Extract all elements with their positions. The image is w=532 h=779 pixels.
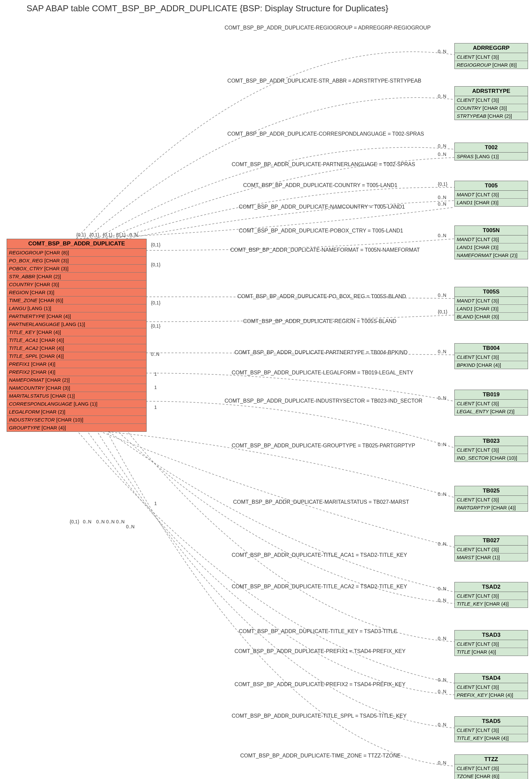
edge-label: COMT_BSP_BP_ADDR_DUPLICATE-NAMCOUNTRY = … (239, 204, 405, 210)
target-table-T002: T002SPRAS [LANG (1)] (454, 142, 528, 161)
cardinality-right: 0..N (438, 491, 447, 497)
table-row: NAMEFORMAT [CHAR (2)] (7, 376, 146, 384)
table-row: POBOX_CTRY [CHAR (3)] (7, 265, 146, 273)
edge-label: COMT_BSP_BP_ADDR_DUPLICATE-CORRESPONDLAN… (228, 131, 424, 137)
table-row: MARITALSTATUS [CHAR (1)] (7, 392, 146, 400)
cardinality-right: 0..N (438, 689, 447, 694)
table-header: TTZZ (455, 755, 528, 764)
edge-label: COMT_BSP_BP_ADDR_DUPLICATE-TITLE_KEY = T… (239, 628, 397, 635)
edge-label: COMT_BSP_BP_ADDR_DUPLICATE-MARITALSTATUS… (233, 499, 409, 505)
target-table-T005N: T005NMANDT [CLNT (3)]LAND1 [CHAR (3)]NAM… (454, 226, 528, 259)
target-table-T005: T005MANDT [CLNT (3)]LAND1 [CHAR (3)] (454, 181, 528, 206)
table-row: CLIENT [CLNT (3)] (455, 640, 528, 648)
cardinality-left: 0..N (106, 519, 115, 524)
table-header: TSAD2 (455, 582, 528, 592)
target-table-TSAD4: TSAD4CLIENT [CLNT (3)]PREFIX_KEY [CHAR (… (454, 673, 528, 699)
table-row: TITLE_ACA1 [CHAR (4)] (7, 336, 146, 344)
cardinality-right: 0..N (438, 636, 447, 641)
table-header: TB027 (455, 536, 528, 545)
cardinality-right: 0..N (438, 349, 447, 354)
table-row: TZONE [CHAR (6)] (455, 772, 528, 779)
table-row: TITLE_KEY [CHAR (4)] (455, 600, 528, 608)
main-table: COMT_BSP_BP_ADDR_DUPLICATE REGIOGROUP [C… (7, 239, 146, 432)
edge-label: COMT_BSP_BP_ADDR_DUPLICATE-PREFIX1 = TSA… (235, 648, 406, 654)
cardinality-right: 0..N (438, 94, 447, 99)
target-table-TB023: TB023CLIENT [CLNT (3)]IND_SECTOR [CHAR (… (454, 436, 528, 462)
edge-label: COMT_BSP_BP_ADDR_DUPLICATE-STR_ABBR = AD… (228, 78, 422, 84)
table-row: TITLE_KEY [CHAR (4)] (7, 328, 146, 336)
edge-label: COMT_BSP_BP_ADDR_DUPLICATE-LEGALFORM = T… (232, 370, 414, 376)
table-header: T005N (455, 226, 528, 235)
edge-label: COMT_BSP_BP_ADDR_DUPLICATE-NAMEFORMAT = … (230, 247, 420, 253)
cardinality-left: {0,1} (151, 300, 161, 305)
cardinality-right: 0..N (438, 722, 447, 727)
edge-label: COMT_BSP_BP_ADDR_DUPLICATE-PARTNERTYPE =… (235, 350, 408, 356)
table-row: COUNTRY [CHAR (3)] (455, 104, 528, 112)
table-header: TSAD5 (455, 717, 528, 726)
target-table-TB019: TB019CLIENT [CLNT (3)]LEGAL_ENTY [CHAR (… (454, 390, 528, 416)
table-row: BPKIND [CHAR (4)] (455, 361, 528, 369)
table-row: PREFIX_KEY [CHAR (4)] (455, 691, 528, 699)
target-table-TB025: TB025CLIENT [CLNT (3)]PARTGRPTYP [CHAR (… (454, 486, 528, 512)
cardinality-left: {0,1} (103, 232, 112, 237)
cardinality-right: 0..N (438, 143, 447, 148)
cardinality-left: 0..N (96, 519, 105, 524)
edge-label: COMT_BSP_BP_ADDR_DUPLICATE-TITLE_ACA1 = … (232, 552, 407, 558)
table-header: T005 (455, 181, 528, 191)
cardinality-right: {0,1} (438, 309, 448, 314)
cardinality-left: {0,1} (76, 232, 86, 237)
table-header: TB004 (455, 344, 528, 353)
cardinality-left: {0,1} (151, 242, 161, 247)
cardinality-left: 0..N (83, 519, 92, 524)
table-row: LAND1 [CHAR (3)] (455, 305, 528, 313)
cardinality-right: 0..N (438, 201, 447, 206)
table-row: REGION [CHAR (3)] (7, 289, 146, 296)
table-row: CLIENT [CLNT (3)] (455, 683, 528, 691)
table-header: T005S (455, 287, 528, 297)
table-header: TB019 (455, 390, 528, 400)
table-row: CLIENT [CLNT (3)] (455, 353, 528, 361)
cardinality-left: 1 (154, 405, 157, 410)
table-row: CORRESPONDLANGUAGE [LANG (1)] (7, 400, 146, 408)
target-table-T005S: T005SMANDT [CLNT (3)]LAND1 [CHAR (3)]BLA… (454, 287, 528, 321)
target-table-TSAD5: TSAD5CLIENT [CLNT (3)]TITLE_KEY [CHAR (4… (454, 716, 528, 742)
cardinality-right: 0..N (438, 598, 447, 603)
table-row: REGIOGROUP [CHAR (8)] (7, 249, 146, 257)
table-row: TITLE_SPPL [CHAR (4)] (7, 352, 146, 360)
table-row: PARTNERLANGUAGE [LANG (1)] (7, 320, 146, 328)
table-row: CLIENT [CLNT (3)] (455, 592, 528, 600)
table-row: SPRAS [LANG (1)] (455, 153, 528, 160)
table-row: CLIENT [CLNT (3)] (455, 545, 528, 553)
table-row: CLIENT [CLNT (3)] (455, 446, 528, 454)
edge-label: COMT_BSP_BP_ADDR_DUPLICATE-PARTNERLANGUA… (232, 162, 415, 168)
edge-label: COMT_BSP_BP_ADDR_DUPLICATE-POBOX_CTRY = … (239, 228, 403, 234)
target-table-TB027: TB027CLIENT [CLNT (3)]MARST [CHAR (1)] (454, 536, 528, 561)
table-row: CLIENT [CLNT (3)] (455, 726, 528, 734)
cardinality-left: {0,1} (151, 323, 161, 328)
table-row: GROUPTYPE [CHAR (4)] (7, 424, 146, 431)
table-row: LANGU [LANG (1)] (7, 304, 146, 312)
table-row: CLIENT [CLNT (3)] (455, 96, 528, 104)
table-row: CLIENT [CLNT (3)] (455, 53, 528, 61)
table-header: TB023 (455, 436, 528, 446)
table-row: PREFIX1 [CHAR (4)] (7, 360, 146, 368)
table-row: PARTNERTYPE [CHAR (4)] (7, 312, 146, 320)
target-table-TTZZ: TTZZCLIENT [CLNT (3)]TZONE [CHAR (6)] (454, 755, 528, 779)
table-row: LAND1 [CHAR (3)] (455, 243, 528, 251)
cardinality-right: 0..N (438, 233, 447, 238)
cardinality-right: {0,1} (438, 181, 448, 187)
table-row: CLIENT [CLNT (3)] (455, 496, 528, 504)
table-row: LEGALFORM [CHAR (2)] (7, 408, 146, 416)
table-row: CLIENT [CLNT (3)] (455, 764, 528, 772)
table-row: NAMEFORMAT [CHAR (2)] (455, 251, 528, 259)
table-row: CLIENT [CLNT (3)] (455, 400, 528, 408)
target-table-ADRSTRTYPE: ADRSTRTYPECLIENT [CLNT (3)]COUNTRY [CHAR… (454, 86, 528, 120)
table-row: NAMCOUNTRY [CHAR (3)] (7, 384, 146, 392)
cardinality-right: 0..N (438, 293, 447, 298)
table-row: STR_ABBR [CHAR (2)] (7, 273, 146, 281)
cardinality-left: 1 (154, 501, 157, 506)
table-row: COUNTRY [CHAR (3)] (7, 281, 146, 289)
edge-label: COMT_BSP_BP_ADDR_DUPLICATE-PREFIX2 = TSA… (235, 681, 406, 687)
table-row: PO_BOX_REG [CHAR (3)] (7, 257, 146, 265)
table-header: ADRSTRTYPE (455, 86, 528, 96)
